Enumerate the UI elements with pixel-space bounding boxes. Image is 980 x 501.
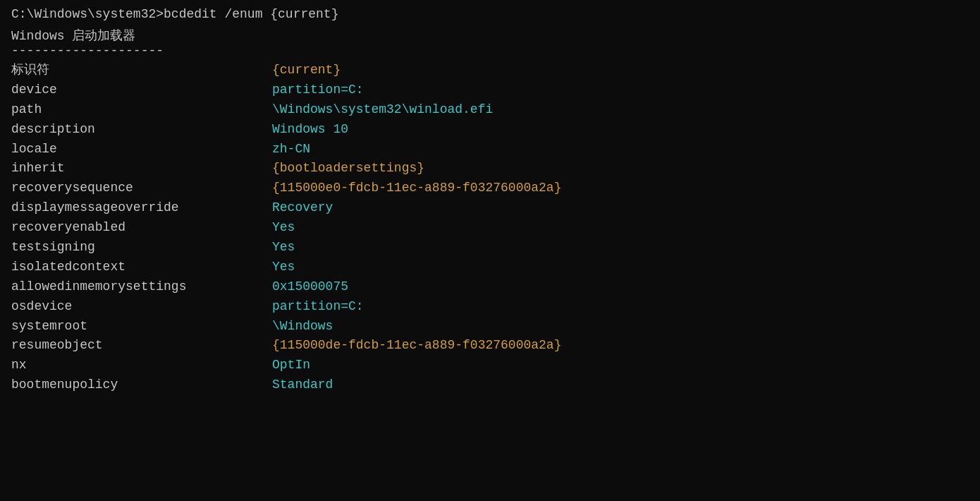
bcd-value: Standard (272, 375, 333, 395)
table-row: bootmenupolicyStandard (11, 375, 969, 395)
table-row: path\Windows\system32\winload.efi (11, 100, 969, 120)
section-title: Windows 启动加载器 (11, 27, 969, 44)
table-row: testsigningYes (11, 238, 969, 258)
bcd-value: {current} (272, 61, 341, 80)
table-row: recoverysequence{115000e0-fdcb-11ec-a889… (11, 179, 969, 198)
bcd-key: path (11, 100, 272, 120)
bcd-value: Yes (272, 238, 295, 258)
bcd-value: partition=C: (272, 80, 364, 100)
bcd-value: Windows 10 (272, 120, 348, 140)
table-row: isolatedcontextYes (11, 258, 969, 277)
table-row: devicepartition=C: (11, 80, 969, 100)
bcd-value: {115000de-fdcb-11ec-a889-f03276000a2a} (272, 336, 561, 356)
bcd-key: inherit (11, 159, 272, 179)
bcd-key: 标识符 (11, 61, 272, 80)
bcd-key: bootmenupolicy (11, 375, 272, 395)
table-row: localezh-CN (11, 140, 969, 159)
table-row: osdevicepartition=C: (11, 297, 969, 317)
bcd-key: recoveryenabled (11, 218, 272, 238)
bcd-value: OptIn (272, 356, 310, 375)
terminal-window: C:\Windows\system32>bcdedit /enum {curre… (11, 7, 969, 395)
bcd-key: isolatedcontext (11, 258, 272, 277)
divider: -------------------- (11, 44, 969, 58)
bcd-value: Recovery (272, 198, 333, 218)
table-row: nxOptIn (11, 356, 969, 375)
bcd-key: osdevice (11, 297, 272, 317)
table-row: resumeobject{115000de-fdcb-11ec-a889-f03… (11, 336, 969, 356)
bcd-value: 0x15000075 (272, 277, 348, 297)
bcd-key: testsigning (11, 238, 272, 258)
command-prompt: C:\Windows\system32>bcdedit /enum {curre… (11, 7, 969, 21)
bcd-key: systemroot (11, 317, 272, 337)
bcd-value: {115000e0-fdcb-11ec-a889-f03276000a2a} (272, 179, 561, 198)
table-row: allowedinmemorysettings0x15000075 (11, 277, 969, 297)
bcd-value: \Windows\system32\winload.efi (272, 100, 493, 120)
bcd-value: \Windows (272, 317, 333, 337)
bcd-value: zh-CN (272, 140, 310, 159)
table-row: descriptionWindows 10 (11, 120, 969, 140)
bcd-key: description (11, 120, 272, 140)
bcd-value: Yes (272, 258, 295, 277)
bcd-value: Yes (272, 218, 295, 238)
table-row: inherit{bootloadersettings} (11, 159, 969, 179)
bcd-key: displaymessageoverride (11, 198, 272, 218)
bcd-value: {bootloadersettings} (272, 159, 424, 179)
bcd-key: locale (11, 140, 272, 159)
table-row: recoveryenabledYes (11, 218, 969, 238)
bcd-key: recoverysequence (11, 179, 272, 198)
bcd-key: resumeobject (11, 336, 272, 356)
table-row: systemroot\Windows (11, 317, 969, 337)
bcd-key: nx (11, 356, 272, 375)
bcd-key: allowedinmemorysettings (11, 277, 272, 297)
table-row: displaymessageoverrideRecovery (11, 198, 969, 218)
table-row: 标识符{current} (11, 61, 969, 80)
bcd-value: partition=C: (272, 297, 364, 317)
bcd-entries: 标识符{current}devicepartition=C:path\Windo… (11, 61, 969, 395)
bcd-key: device (11, 80, 272, 100)
